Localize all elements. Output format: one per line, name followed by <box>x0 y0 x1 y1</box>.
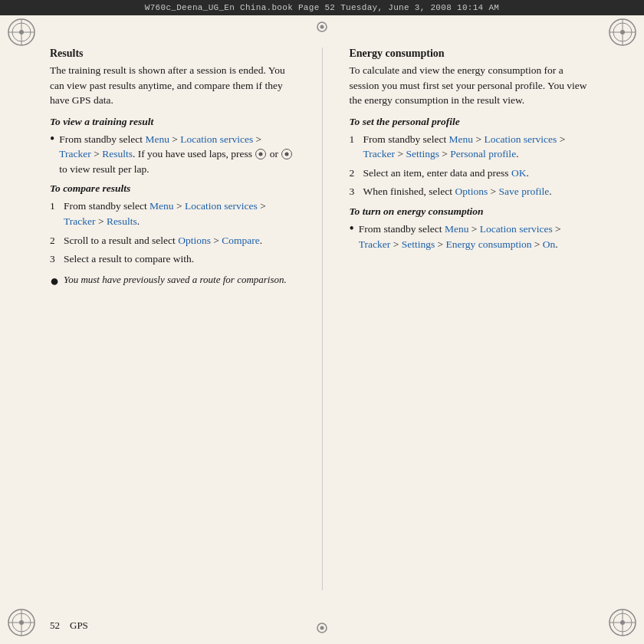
link-menu-2: Menu <box>150 200 174 212</box>
svg-point-14 <box>19 620 24 625</box>
left-section-title: Results <box>50 48 295 60</box>
left-step-1: 1 From standby select Menu > Location se… <box>50 199 295 228</box>
right-step-1: 1 From standby select Menu > Location se… <box>350 132 595 162</box>
footer-section: GPS <box>70 619 88 631</box>
left-step-2: 2 Scroll to a result and select Options … <box>50 233 295 248</box>
link-tracker-2: Tracker <box>64 215 96 227</box>
svg-point-9 <box>620 30 625 34</box>
link-on: On <box>543 238 556 250</box>
bullet-dot-icon: • <box>50 132 54 147</box>
right-section-title: Energy consumption <box>350 48 595 60</box>
left-step-3: 3 Select a result to compare with. <box>50 251 295 267</box>
link-options-r1: Options <box>455 186 488 197</box>
content-area: Results The training result is shown aft… <box>50 48 594 590</box>
link-tracker-1: Tracker <box>59 148 91 159</box>
link-settings-r2: Settings <box>402 238 435 250</box>
right-bullet-energy: • From standby select Menu > Location se… <box>350 222 595 251</box>
link-location-services-2: Location services <box>185 200 258 212</box>
link-options-1: Options <box>178 235 211 246</box>
link-location-services-r2: Location services <box>480 223 553 235</box>
header-bar: W760c_Deena_UG_En China.book Page 52 Tue… <box>0 0 644 15</box>
link-tracker-r2: Tracker <box>359 238 391 250</box>
dot-bottom <box>317 623 327 633</box>
page-container: W760c_Deena_UG_En China.book Page 52 Tue… <box>0 0 644 644</box>
left-bullet-view-result: • From standby select Menu > Location se… <box>50 132 295 177</box>
bullet-dot-r-icon: • <box>350 222 354 237</box>
svg-point-21 <box>320 25 324 29</box>
left-bullet-view-result-text: From standby select Menu > Location serv… <box>59 132 294 177</box>
left-subsection2-heading: To compare results <box>50 182 295 195</box>
link-compare: Compare <box>222 235 260 246</box>
right-subsection1-heading: To set the personal profile <box>350 116 595 128</box>
header-text: W760c_Deena_UG_En China.book Page 52 Tue… <box>145 3 499 12</box>
link-results-1: Results <box>102 148 133 159</box>
column-divider <box>322 48 323 590</box>
link-menu-1: Menu <box>145 133 169 145</box>
link-menu-r2: Menu <box>445 223 469 235</box>
corner-decoration-br <box>607 607 638 638</box>
left-compare-steps: 1 From standby select Menu > Location se… <box>50 199 295 266</box>
dot-top <box>317 21 327 32</box>
corner-decoration-tl <box>6 17 37 48</box>
svg-point-19 <box>620 620 625 625</box>
left-note: ● You must have previously saved a route… <box>50 273 295 288</box>
svg-point-4 <box>19 30 24 34</box>
nav-circle-right-icon <box>281 149 292 159</box>
link-ok: OK <box>511 167 527 179</box>
corner-decoration-bl <box>6 607 37 638</box>
page-number: 52 <box>50 619 60 631</box>
link-location-services-1: Location services <box>180 133 253 145</box>
right-intro-text: To calculate and view the energy consump… <box>350 63 595 108</box>
left-subsection1-heading: To view a training result <box>50 116 295 128</box>
nav-circle-left-icon <box>255 149 266 159</box>
link-save-profile: Save profile <box>499 186 550 197</box>
left-column: Results The training result is shown aft… <box>50 48 295 590</box>
link-energy-consumption: Energy consumption <box>446 238 532 250</box>
note-icon: ● <box>50 273 59 288</box>
link-location-services-r1: Location services <box>484 133 557 145</box>
left-intro-text: The training result is shown after a ses… <box>50 63 295 108</box>
link-tracker-r1: Tracker <box>363 148 396 159</box>
right-bullet-energy-text: From standby select Menu > Location serv… <box>359 222 594 251</box>
link-personal-profile: Personal profile <box>450 148 516 159</box>
right-step-2: 2 Select an item, enter data and press O… <box>350 166 595 181</box>
svg-point-23 <box>320 626 324 630</box>
right-step-3: 3 When finished, select Options > Save p… <box>350 184 595 199</box>
corner-decoration-tr <box>607 17 638 48</box>
right-column: Energy consumption To calculate and view… <box>350 48 595 590</box>
right-profile-steps: 1 From standby select Menu > Location se… <box>350 132 595 199</box>
link-menu-r1: Menu <box>449 133 474 145</box>
link-settings-r1: Settings <box>406 148 439 159</box>
footer: 52 GPS <box>50 619 88 632</box>
link-results-2: Results <box>107 215 137 227</box>
right-subsection2-heading: To turn on energy consumption <box>350 205 595 218</box>
left-step-3-text: Select a result to compare with. <box>64 251 194 267</box>
left-note-text: You must have previously saved a route f… <box>64 273 287 287</box>
